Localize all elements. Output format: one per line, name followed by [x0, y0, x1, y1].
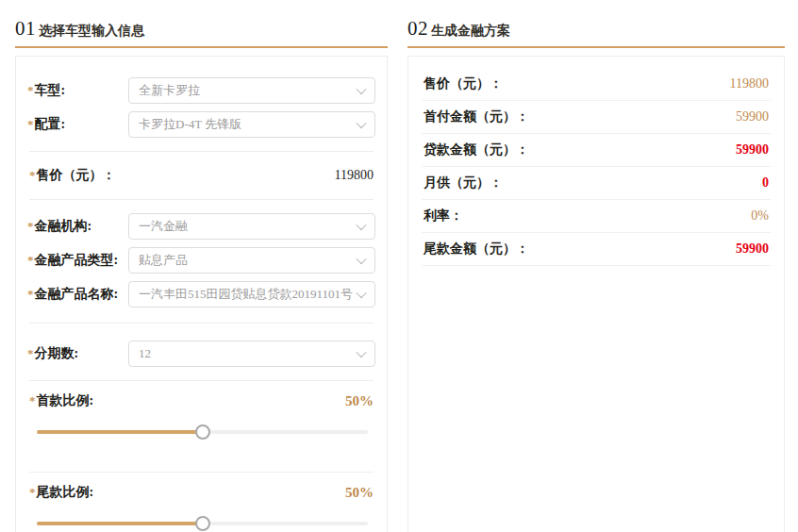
finance-org-field-row: *金融机构: 一汽金融: [27, 213, 375, 240]
final-payment-slider[interactable]: [37, 516, 368, 531]
config-label: *配置:: [27, 116, 128, 133]
slider-fill: [37, 430, 203, 434]
product-type-select-value: 贴息产品: [139, 252, 188, 269]
product-type-label: *金融产品类型:: [27, 252, 128, 269]
model-label: *车型:: [27, 82, 128, 99]
section-number: 02: [407, 17, 428, 41]
required-marker: *: [27, 253, 34, 267]
installments-select-value: 12: [139, 346, 151, 361]
config-field-row: *配置: 卡罗拉D-4T 先锋版: [27, 111, 375, 138]
vehicle-input-panel: *车型: 全新卡罗拉 *配置: 卡罗拉D-4T 先锋版 *售价（元）： 1198…: [15, 56, 388, 532]
section-title-text: 生成金融方案: [431, 23, 510, 40]
required-marker: *: [27, 83, 34, 97]
plan-down-payment-value: 59900: [736, 109, 769, 125]
finance-org-label: *金融机构:: [27, 218, 128, 235]
down-payment-slider-handle[interactable]: [195, 424, 210, 440]
final-payment-ratio-label: *尾款比例:: [29, 484, 130, 501]
plan-row-interest-rate: 利率： 0%: [422, 200, 771, 233]
right-section-title: 02 生成金融方案: [407, 15, 785, 48]
plan-row-loan-amount: 贷款金额（元）： 59900: [422, 134, 771, 167]
plan-row-down-payment: 首付金额（元）： 59900: [422, 101, 771, 134]
price-value: 119800: [335, 168, 374, 183]
plan-row-price: 售价（元）： 119800: [422, 68, 771, 101]
finance-org-select-value: 一汽金融: [139, 218, 188, 235]
plan-loan-amount-value: 59900: [736, 142, 769, 158]
divider: [29, 199, 374, 200]
divider: [29, 323, 374, 324]
price-row: *售价（元）： 119800: [27, 165, 375, 186]
chevron-down-icon: [356, 288, 366, 298]
vehicle-input-section: 01 选择车型输入信息 *车型: 全新卡罗拉 *配置: 卡罗拉D-4T 先锋版 …: [15, 15, 388, 532]
price-label: *售价（元）：: [29, 167, 130, 184]
required-marker: *: [27, 287, 34, 301]
installments-label: *分期数:: [27, 345, 128, 362]
section-number: 01: [15, 17, 36, 41]
section-title-text: 选择车型输入信息: [39, 23, 144, 40]
finance-org-select[interactable]: 一汽金融: [128, 213, 375, 240]
down-payment-slider[interactable]: [37, 424, 368, 440]
model-select-value: 全新卡罗拉: [139, 82, 200, 99]
product-name-select[interactable]: 一汽丰田515田园贷贴息贷款20191101号: [128, 281, 375, 308]
plan-row-monthly-payment: 月供（元）： 0: [422, 167, 771, 200]
config-select-value: 卡罗拉D-4T 先锋版: [139, 116, 241, 133]
config-select[interactable]: 卡罗拉D-4T 先锋版: [128, 111, 375, 138]
product-name-select-value: 一汽丰田515田园贷贴息贷款20191101号: [139, 286, 353, 303]
installments-field-row: *分期数: 12: [27, 341, 375, 367]
required-marker: *: [27, 117, 34, 131]
product-name-label: *金融产品名称:: [27, 286, 128, 303]
chevron-down-icon: [356, 84, 366, 94]
finance-plan-section: 02 生成金融方案 售价（元）： 119800 首付金额（元）： 59900 贷…: [407, 15, 785, 532]
model-select[interactable]: 全新卡罗拉: [128, 77, 375, 104]
required-marker: *: [29, 393, 36, 407]
down-payment-ratio-value: 50%: [345, 393, 374, 409]
required-marker: *: [29, 485, 36, 499]
plan-row-final-payment: 尾款金额（元）： 59900: [422, 233, 771, 266]
required-marker: *: [27, 219, 34, 233]
chevron-down-icon: [356, 220, 366, 230]
plan-monthly-payment-value: 0: [762, 175, 769, 191]
required-marker: *: [27, 346, 34, 360]
plan-interest-rate-value: 0%: [751, 208, 769, 224]
chevron-down-icon: [356, 118, 366, 128]
down-payment-ratio-row: *首款比例: 50%: [27, 392, 375, 409]
product-type-select[interactable]: 贴息产品: [128, 247, 375, 274]
final-payment-ratio-row: *尾款比例: 50%: [27, 484, 375, 501]
slider-fill: [37, 522, 203, 525]
required-marker: *: [29, 168, 36, 182]
chevron-down-icon: [356, 254, 366, 264]
final-payment-slider-handle[interactable]: [195, 516, 210, 531]
installments-select[interactable]: 12: [128, 341, 375, 367]
model-field-row: *车型: 全新卡罗拉: [27, 77, 375, 104]
divider: [29, 472, 374, 473]
chevron-down-icon: [356, 347, 366, 357]
left-section-title: 01 选择车型输入信息: [15, 15, 388, 48]
final-payment-ratio-value: 50%: [345, 485, 374, 501]
product-name-field-row: *金融产品名称: 一汽丰田515田园贷贴息贷款20191101号: [27, 281, 375, 308]
divider: [29, 380, 374, 381]
down-payment-ratio-label: *首款比例:: [29, 392, 130, 409]
plan-price-value: 119800: [730, 76, 769, 91]
product-type-field-row: *金融产品类型: 贴息产品: [27, 247, 375, 274]
plan-final-payment-value: 59900: [736, 241, 769, 257]
finance-plan-panel: 售价（元）： 119800 首付金额（元）： 59900 贷款金额（元）： 59…: [407, 56, 785, 532]
divider: [29, 151, 374, 152]
